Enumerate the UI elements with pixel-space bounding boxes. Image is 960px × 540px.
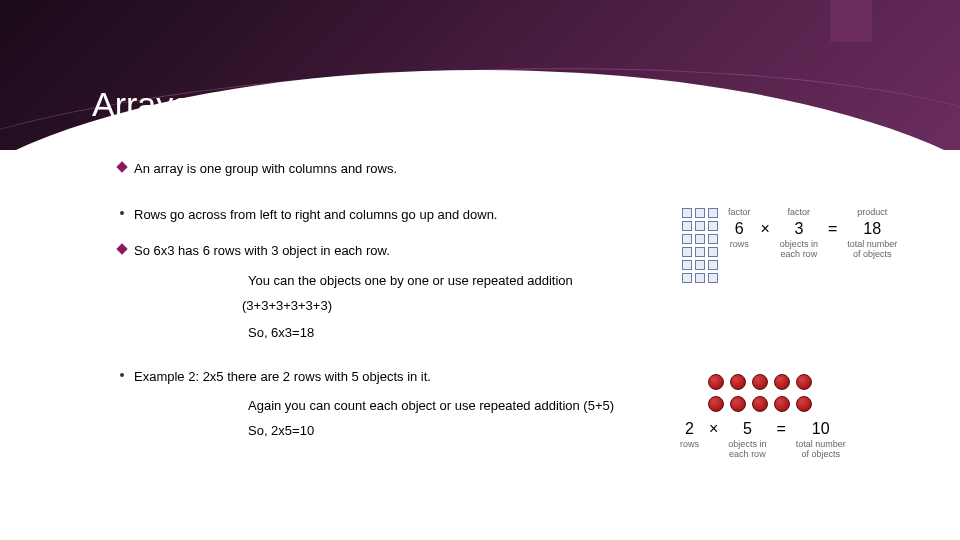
bullet-item: So 6x3 has 6 rows with 3 object in each … [110,242,670,260]
bottom-label: total number of objects [847,240,897,260]
bottom-label: rows [730,240,749,250]
factor-col: factor 6 rows [728,208,751,250]
equals-col: = [828,208,837,238]
diamond-bullet-icon [110,242,134,253]
sub-text: So, 6x3=18 [110,325,670,340]
factor-col: 2 rows [680,420,699,450]
sub-text: (3+3+3+3+3+3) [110,298,670,313]
slide-title: Arrays [92,85,190,124]
product-value: 18 [863,220,881,238]
times-symbol: × [709,420,718,438]
product-value: 10 [812,420,830,438]
sub-text: So, 2x5=10 [110,423,670,438]
operator-col: × [709,420,718,438]
equals-symbol: = [776,420,785,438]
factor-value: 2 [685,420,694,438]
factor-value: 3 [794,220,803,238]
equals-symbol: = [828,220,837,238]
factor-value: 6 [735,220,744,238]
operator-col: × [761,208,770,238]
top-label: product [857,208,887,218]
dot-array [708,374,920,414]
bottom-label: total number of objects [796,440,846,460]
bullet-item: Rows go across from left to right and co… [110,206,670,224]
diamond-bullet-icon [110,160,134,171]
dot-bullet-icon [110,206,134,215]
bullet-text: An array is one group with columns and r… [134,160,397,178]
top-label: factor [788,208,811,218]
figure-6x3: factor 6 rows × factor 3 objects in each… [682,208,942,283]
bullet-text: Rows go across from left to right and co… [134,206,497,224]
bullet-item: Example 2: 2x5 there are 2 rows with 5 o… [110,368,670,386]
factor-col: 5 objects in each row [728,420,766,460]
bullet-text: Example 2: 2x5 there are 2 rows with 5 o… [134,368,431,386]
factor-value: 5 [743,420,752,438]
bottom-label: objects in each row [728,440,766,460]
bullet-item: An array is one group with columns and r… [110,160,670,178]
top-label: factor [728,208,751,218]
bullet-text: So 6x3 has 6 rows with 3 object in each … [134,242,390,260]
factor-col: factor 3 objects in each row [780,208,818,260]
slide-header: Arrays [0,0,960,150]
sub-text: Again you can count each object or use r… [110,398,670,413]
bottom-label: objects in each row [780,240,818,260]
product-col: product 18 total number of objects [847,208,897,260]
product-col: 10 total number of objects [796,420,846,460]
equation-row: 2 rows × 5 objects in each row = 10 tota… [680,420,920,460]
figure-2x5: 2 rows × 5 objects in each row = 10 tota… [680,374,920,460]
bottom-label: rows [680,440,699,450]
equation-row: factor 6 rows × factor 3 objects in each… [682,208,942,283]
dot-bullet-icon [110,368,134,377]
equals-col: = [776,420,785,438]
array-grid [682,208,718,283]
accent-tab [830,0,872,42]
sub-text: You can the objects one by one or use re… [110,273,670,288]
slide-body: An array is one group with columns and r… [0,160,670,448]
times-symbol: × [761,220,770,238]
